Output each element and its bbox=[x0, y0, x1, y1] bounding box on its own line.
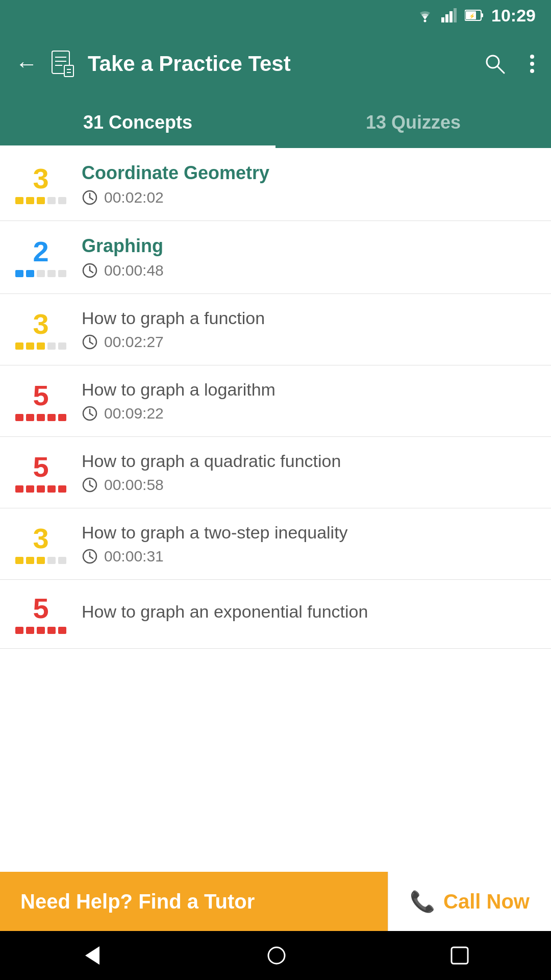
app-bar-title: Take a Practice Test bbox=[88, 52, 471, 76]
score-bar bbox=[58, 627, 66, 634]
time-text: 00:02:27 bbox=[104, 333, 164, 351]
score-bar bbox=[26, 342, 34, 350]
home-nav-button[interactable] bbox=[265, 944, 288, 967]
find-tutor-button[interactable]: Need Help? Find a Tutor bbox=[0, 872, 388, 931]
item-title: Graphing bbox=[82, 235, 536, 257]
score-bar bbox=[15, 197, 23, 204]
score-bars bbox=[15, 627, 66, 634]
item-content: How to graph a function 00:02:27 bbox=[82, 308, 536, 351]
time-text: 00:00:48 bbox=[104, 262, 164, 279]
svg-line-26 bbox=[90, 271, 93, 273]
item-title: How to graph a logarithm bbox=[82, 380, 536, 400]
search-icon[interactable] bbox=[484, 53, 506, 75]
score-block: 2 bbox=[15, 237, 66, 277]
item-time: 00:00:58 bbox=[82, 476, 536, 494]
score-block: 3 bbox=[15, 164, 66, 204]
item-content: How to graph an exponential function bbox=[82, 602, 536, 627]
score-bar bbox=[15, 485, 23, 493]
back-nav-button[interactable] bbox=[81, 944, 104, 967]
score-number: 5 bbox=[33, 381, 48, 410]
score-bars bbox=[15, 485, 66, 493]
score-bar bbox=[37, 557, 45, 564]
list-item[interactable]: 3How to graph a function 00:02:27 bbox=[0, 294, 551, 365]
tab-concepts[interactable]: 31 Concepts bbox=[0, 97, 276, 148]
score-bar bbox=[26, 270, 34, 277]
item-title: How to graph a quadratic function bbox=[82, 451, 536, 471]
score-bars bbox=[15, 197, 66, 204]
score-block: 5 bbox=[15, 594, 66, 634]
score-bar bbox=[26, 197, 34, 204]
time-text: 00:02:02 bbox=[104, 189, 164, 206]
item-time: 00:02:02 bbox=[82, 189, 536, 206]
score-number: 2 bbox=[33, 237, 48, 266]
document-icon bbox=[50, 50, 76, 78]
svg-line-32 bbox=[90, 413, 93, 415]
score-bar bbox=[58, 485, 66, 493]
svg-rect-2 bbox=[445, 14, 448, 22]
list-item[interactable]: 3Coordinate Geometry 00:02:02 bbox=[0, 148, 551, 221]
svg-point-0 bbox=[424, 20, 427, 22]
score-bars bbox=[15, 342, 66, 350]
status-bar: ⚡ 10:29 bbox=[0, 0, 551, 31]
item-content: How to graph a two-step inequality 00:00… bbox=[82, 523, 536, 565]
battery-icon: ⚡ bbox=[465, 9, 484, 21]
list-item[interactable]: 5How to graph an exponential function bbox=[0, 580, 551, 649]
clock-icon bbox=[82, 477, 98, 493]
svg-rect-7 bbox=[481, 13, 483, 17]
bottom-banner: Need Help? Find a Tutor 📞 Call Now bbox=[0, 872, 551, 931]
score-bar bbox=[26, 557, 34, 564]
svg-rect-1 bbox=[441, 17, 444, 22]
more-menu-icon[interactable] bbox=[529, 53, 536, 75]
score-block: 5 bbox=[15, 381, 66, 421]
score-bar bbox=[58, 197, 66, 204]
score-number: 3 bbox=[33, 524, 48, 553]
score-bar bbox=[37, 627, 45, 634]
item-title: How to graph an exponential function bbox=[82, 602, 536, 622]
score-block: 5 bbox=[15, 453, 66, 493]
list-item[interactable]: 2Graphing 00:00:48 bbox=[0, 221, 551, 294]
list-container: 3Coordinate Geometry 00:02:022Graphing 0… bbox=[0, 148, 551, 649]
score-bar bbox=[37, 414, 45, 421]
wifi-icon bbox=[416, 8, 434, 22]
phone-icon: 📞 bbox=[410, 890, 435, 914]
score-bar bbox=[15, 342, 23, 350]
score-bars bbox=[15, 414, 66, 421]
score-bar bbox=[26, 627, 34, 634]
score-bar bbox=[47, 270, 56, 277]
score-bar bbox=[15, 414, 23, 421]
score-bar bbox=[37, 342, 45, 350]
score-bar bbox=[15, 270, 23, 277]
svg-line-35 bbox=[90, 485, 93, 487]
find-tutor-text: Need Help? Find a Tutor bbox=[20, 890, 255, 913]
score-bar bbox=[58, 342, 66, 350]
list-item[interactable]: 5How to graph a quadratic function 00:00… bbox=[0, 437, 551, 508]
back-button[interactable]: ← bbox=[15, 51, 38, 77]
svg-rect-41 bbox=[452, 947, 468, 964]
tab-quizzes[interactable]: 13 Quizzes bbox=[276, 97, 551, 148]
score-block: 3 bbox=[15, 310, 66, 350]
svg-line-23 bbox=[90, 198, 93, 200]
time-text: 00:00:58 bbox=[104, 476, 164, 494]
item-time: 00:00:31 bbox=[82, 548, 536, 565]
score-bar bbox=[47, 485, 56, 493]
list-item[interactable]: 5How to graph a logarithm 00:09:22 bbox=[0, 365, 551, 437]
svg-line-38 bbox=[90, 556, 93, 558]
call-now-button[interactable]: 📞 Call Now bbox=[388, 872, 551, 931]
status-icons: ⚡ 10:29 bbox=[416, 6, 536, 26]
svg-point-20 bbox=[530, 69, 534, 73]
clock-icon bbox=[82, 405, 98, 422]
item-title: How to graph a two-step inequality bbox=[82, 523, 536, 543]
score-bar bbox=[26, 485, 34, 493]
clock-icon bbox=[82, 548, 98, 565]
item-title: Coordinate Geometry bbox=[82, 162, 536, 184]
score-number: 3 bbox=[33, 310, 48, 338]
score-bar bbox=[37, 485, 45, 493]
list-item[interactable]: 3How to graph a two-step inequality 00:0… bbox=[0, 508, 551, 580]
score-number: 5 bbox=[33, 453, 48, 481]
score-bars bbox=[15, 557, 66, 564]
signal-icon bbox=[441, 8, 458, 22]
score-bar bbox=[47, 342, 56, 350]
recents-nav-button[interactable] bbox=[449, 945, 470, 966]
score-number: 5 bbox=[33, 594, 48, 623]
score-bar bbox=[47, 414, 56, 421]
